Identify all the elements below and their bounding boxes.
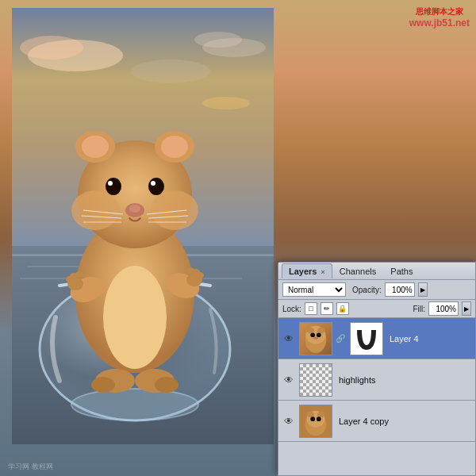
svg-point-12 (71, 389, 198, 420)
svg-point-29 (82, 136, 109, 158)
panel-tabs: Layers × Channels Paths (278, 263, 475, 280)
svg-point-3 (20, 36, 83, 60)
layer-name-layer4copy: Layer 4 copy (336, 416, 472, 426)
layer-link-icon: 🔗 (336, 322, 345, 355)
svg-point-46 (91, 377, 115, 393)
svg-point-14 (103, 266, 167, 369)
svg-point-60 (307, 411, 315, 417)
svg-point-26 (71, 190, 119, 230)
lock-label: Lock: (282, 305, 301, 313)
visibility-icon-layer4copy[interactable]: 👁 (282, 414, 296, 428)
layer-name-layer4: Layer 4 (386, 334, 472, 344)
svg-point-51 (317, 327, 325, 333)
svg-point-19 (75, 271, 83, 278)
blend-mode-select[interactable]: Normal (282, 282, 346, 297)
fill-arrow[interactable]: ▶ (462, 301, 471, 316)
lock-row: Lock: □ ✏ 🔒 Fill: ▶ (278, 300, 475, 318)
tab-layers-close[interactable]: × (321, 268, 325, 276)
layer-name-highlights: highlights (336, 375, 472, 385)
layer-thumb-layer4copy (299, 405, 332, 438)
svg-point-7 (202, 97, 250, 109)
svg-point-33 (148, 178, 164, 195)
layer-row-highlights[interactable]: 👁 highlights (278, 359, 475, 401)
svg-point-53 (317, 332, 321, 337)
svg-point-34 (108, 181, 113, 186)
watermark-line1: 思维脚本之家 (409, 6, 470, 17)
svg-point-31 (161, 136, 188, 158)
svg-point-47 (155, 377, 178, 393)
lock-transparent-btn[interactable]: □ (305, 302, 317, 315)
visibility-icon-highlights[interactable]: 👁 (282, 373, 296, 387)
svg-point-37 (129, 205, 140, 213)
tab-layers-label: Layers (289, 267, 317, 276)
tab-channels[interactable]: Channels (332, 263, 383, 278)
lock-image-btn[interactable]: ✏ (321, 302, 333, 315)
svg-point-50 (307, 327, 315, 333)
svg-point-32 (106, 178, 121, 195)
svg-rect-56 (300, 364, 332, 396)
svg-point-4 (131, 60, 210, 83)
layer-thumb-layer4 (299, 322, 332, 355)
bottom-watermark: 学习网 教程网 (8, 462, 53, 472)
blend-mode-row: Normal Opacity: ▶ (278, 280, 475, 300)
svg-point-63 (317, 416, 321, 421)
hamster-composite (12, 8, 274, 444)
layers-list: 👁 🔗 (278, 318, 475, 442)
opacity-input[interactable] (385, 282, 415, 297)
opacity-label: Opacity: (352, 286, 382, 294)
layer-row-layer4copy[interactable]: 👁 Layer 4 copy (278, 401, 475, 442)
watermark: 思维脚本之家 www.jb51.net (409, 6, 470, 29)
fill-label: Fill: (413, 305, 425, 313)
svg-point-61 (317, 411, 325, 417)
visibility-icon-layer4[interactable]: 👁 (282, 332, 296, 346)
watermark-line2: www.jb51.net (409, 17, 470, 29)
svg-point-24 (186, 267, 194, 274)
tab-channels-label: Channels (340, 267, 376, 276)
layer-mask-layer4 (350, 322, 383, 355)
layers-panel: Layers × Channels Paths Normal Opacity: … (278, 262, 476, 476)
svg-point-62 (310, 416, 315, 421)
tab-layers[interactable]: Layers × (282, 263, 332, 278)
tab-paths-label: Paths (390, 267, 413, 276)
lock-position-btn[interactable]: 🔒 (336, 302, 349, 315)
layer-row-layer4[interactable]: 👁 🔗 (278, 318, 475, 359)
svg-point-27 (151, 190, 198, 230)
opacity-arrow[interactable]: ▶ (418, 282, 428, 297)
svg-point-52 (310, 332, 315, 337)
layer-thumb-highlights (299, 363, 332, 397)
fill-input[interactable] (428, 301, 459, 316)
svg-point-6 (194, 32, 242, 48)
svg-point-54 (313, 336, 318, 340)
svg-point-35 (151, 181, 155, 186)
tab-paths[interactable]: Paths (383, 263, 420, 278)
